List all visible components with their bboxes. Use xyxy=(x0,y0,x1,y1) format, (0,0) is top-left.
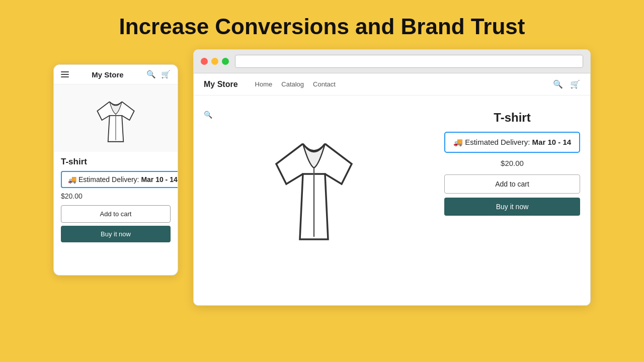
mobile-search-icon[interactable]: 🔍 xyxy=(146,70,156,79)
page-heading: Increase Conversions and Brand Trust xyxy=(0,0,644,49)
traffic-lights xyxy=(201,58,229,65)
mobile-product-image-area xyxy=(54,84,178,152)
desktop-delivery-dates: Mar 10 - 14 xyxy=(532,138,572,146)
desktop-mockup: My Store Home Catalog Contact 🔍 🛒 🔍 xyxy=(193,49,591,306)
mockups-container: My Store 🔍 🛒 xyxy=(0,49,644,306)
mobile-nav: My Store 🔍 🛒 xyxy=(54,65,178,84)
hamburger-menu-icon[interactable] xyxy=(61,71,69,77)
desktop-cart-icon[interactable]: 🛒 xyxy=(570,79,580,89)
mobile-mockup: My Store 🔍 🛒 xyxy=(53,64,178,276)
mobile-product-title: T-shirt xyxy=(61,157,171,167)
mobile-store-name: My Store xyxy=(92,70,123,79)
desktop-product-details: T-shirt 🚚 Estimated Delivery: Mar 10 - 1… xyxy=(434,96,590,269)
mobile-add-to-cart-button[interactable]: Add to cart xyxy=(61,205,171,223)
desktop-search-icon[interactable]: 🔍 xyxy=(553,79,563,89)
desktop-product-title: T-shirt xyxy=(444,111,580,125)
tshirt-image-desktop xyxy=(256,124,372,254)
desktop-store-logo: My Store xyxy=(204,80,238,89)
desktop-store-nav: My Store Home Catalog Contact 🔍 🛒 xyxy=(194,73,590,96)
browser-chrome xyxy=(194,50,590,73)
desktop-add-to-cart-button[interactable]: Add to cart xyxy=(444,174,580,194)
mobile-nav-icons: 🔍 🛒 xyxy=(146,70,171,79)
traffic-light-yellow[interactable] xyxy=(211,58,218,65)
browser-url-bar[interactable] xyxy=(235,55,583,68)
desktop-buy-now-button[interactable]: Buy it now xyxy=(444,198,580,216)
mobile-delivery-badge: 🚚 Estimated Delivery: Mar 10 - 14 xyxy=(61,171,178,188)
mobile-product-info: T-shirt 🚚 Estimated Delivery: Mar 10 - 1… xyxy=(54,152,178,249)
desktop-nav-right: 🔍 🛒 xyxy=(553,79,580,89)
nav-link-contact[interactable]: Contact xyxy=(313,80,336,88)
nav-link-catalog[interactable]: Catalog xyxy=(281,80,304,88)
zoom-icon[interactable]: 🔍 xyxy=(204,111,212,119)
mobile-delivery-prefix: 🚚 Estimated Delivery: xyxy=(68,175,141,184)
desktop-nav-links: Home Catalog Contact xyxy=(255,80,336,88)
mobile-delivery-dates: Mar 10 - 14 xyxy=(141,175,177,184)
traffic-light-green[interactable] xyxy=(222,58,229,65)
desktop-delivery-badge: 🚚 Estimated Delivery: Mar 10 - 14 xyxy=(444,132,580,153)
tshirt-image-mobile xyxy=(83,93,148,148)
desktop-product-area: 🔍 T-shirt xyxy=(194,96,590,269)
desktop-delivery-prefix: 🚚 Estimated Delivery: xyxy=(453,138,532,146)
traffic-light-red[interactable] xyxy=(201,58,208,65)
nav-link-home[interactable]: Home xyxy=(255,80,273,88)
desktop-product-image-area: 🔍 xyxy=(194,96,434,269)
mobile-product-price: $20.00 xyxy=(61,192,171,200)
desktop-product-price: $20.00 xyxy=(444,159,580,167)
mobile-buy-now-button[interactable]: Buy it now xyxy=(61,226,171,242)
mobile-cart-icon[interactable]: 🛒 xyxy=(161,70,171,79)
